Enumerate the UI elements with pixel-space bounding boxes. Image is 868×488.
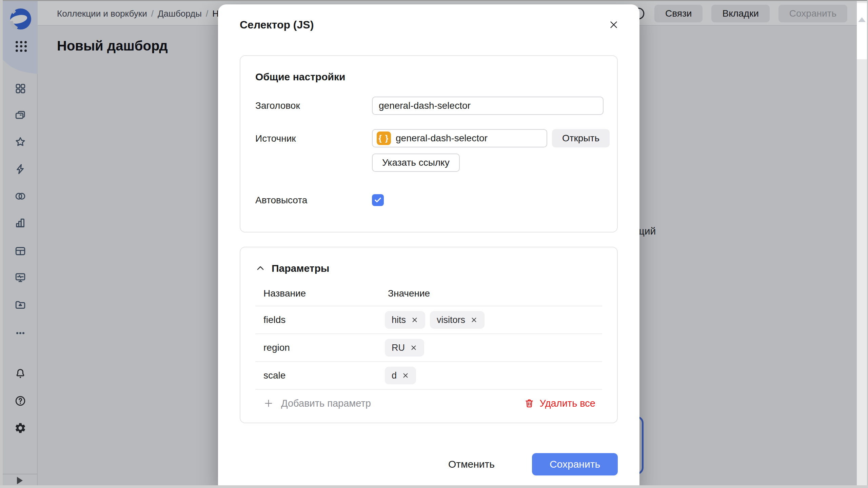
- delete-all-button[interactable]: Удалить все: [524, 398, 595, 409]
- title-row: Заголовок: [255, 97, 602, 115]
- browser-scrollbar[interactable]: [857, 1, 867, 485]
- autoheight-checkbox[interactable]: [372, 194, 384, 206]
- modal-header: Селектор (JS): [240, 18, 618, 32]
- cancel-button[interactable]: Отменить: [438, 453, 505, 475]
- screen: Коллекции и воркбуки / Дашборды / Но: [0, 0, 868, 488]
- parameter-values: hitsvisitors: [385, 311, 602, 329]
- parameter-row: scaled: [255, 362, 602, 390]
- chip-remove-icon[interactable]: [410, 344, 417, 351]
- plus-icon: [263, 398, 274, 408]
- save-button[interactable]: Сохранить: [532, 453, 618, 475]
- trash-icon: [524, 398, 534, 408]
- value-chip: hits: [385, 311, 425, 329]
- value-chip: RU: [385, 339, 424, 357]
- source-value: general-dash-selector: [396, 133, 488, 144]
- general-settings-title: Общие настройки: [255, 71, 602, 83]
- chevron-up-icon[interactable]: [255, 263, 265, 273]
- parameters-column-headers: Название Значение: [255, 288, 602, 306]
- source-label: Источник: [255, 133, 372, 144]
- parameter-row: fieldshitsvisitors: [255, 306, 602, 334]
- triangle-up-icon: [858, 17, 866, 22]
- parameter-row: regionRU: [255, 334, 602, 362]
- column-name-header: Название: [263, 288, 388, 299]
- close-icon[interactable]: [607, 18, 620, 32]
- parameter-values: RU: [385, 339, 602, 357]
- parameter-values: d: [385, 367, 602, 384]
- parameter-name: scale: [263, 370, 388, 381]
- braces-badge-icon: { }: [377, 131, 391, 145]
- parameters-card: Параметры Название Значение fieldshitsvi…: [240, 247, 618, 423]
- window-frame: [0, 0, 3, 488]
- window-frame: [0, 485, 868, 488]
- chip-remove-icon[interactable]: [470, 316, 478, 324]
- value-chip: d: [385, 367, 416, 384]
- modal-title: Селектор (JS): [240, 19, 314, 31]
- window-frame: [0, 0, 868, 1]
- source-row: Источник { } general-dash-selector Откры…: [255, 129, 602, 172]
- open-button[interactable]: Открыть: [552, 129, 610, 147]
- parameter-name: fields: [263, 314, 388, 325]
- chip-remove-icon[interactable]: [402, 372, 409, 379]
- title-input[interactable]: [372, 97, 604, 115]
- chip-label: d: [392, 370, 397, 381]
- title-label: Заголовок: [255, 100, 372, 111]
- value-chip: visitors: [430, 311, 485, 329]
- source-input[interactable]: { } general-dash-selector: [372, 129, 547, 147]
- column-value-header: Значение: [388, 288, 602, 299]
- chip-label: visitors: [437, 315, 465, 325]
- autoheight-row: Автовысота: [255, 194, 602, 206]
- chip-remove-icon[interactable]: [411, 316, 418, 324]
- specify-link-button[interactable]: Указать ссылку: [372, 154, 460, 172]
- selector-js-modal: Селектор (JS) Общие настройки Заголовок …: [218, 4, 639, 488]
- parameters-footer: Добавить параметр Удалить все: [255, 390, 602, 417]
- parameters-header: Параметры: [255, 262, 602, 274]
- add-parameter-button[interactable]: Добавить параметр: [263, 398, 371, 409]
- source-controls: { } general-dash-selector Открыть Указат…: [372, 129, 610, 172]
- parameters-title: Параметры: [272, 262, 329, 274]
- general-settings-card: Общие настройки Заголовок Источник { } g…: [240, 55, 618, 232]
- parameter-name: region: [263, 342, 388, 353]
- params-rows: fieldshitsvisitorsregionRUscaled: [255, 306, 602, 390]
- chip-label: RU: [392, 343, 405, 353]
- modal-footer: Отменить Сохранить: [240, 453, 618, 475]
- scroll-up-button[interactable]: [857, 3, 867, 59]
- chip-label: hits: [392, 315, 406, 325]
- autoheight-label: Автовысота: [255, 195, 372, 206]
